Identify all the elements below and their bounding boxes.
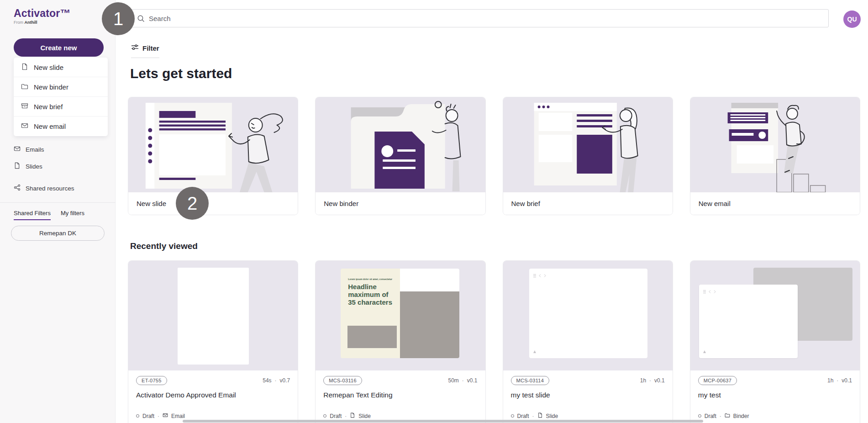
menu-item-label: New slide <box>34 63 63 71</box>
slide-headline-text: Headline maximum of 35 characters <box>348 283 395 306</box>
version-label: v0.1 <box>467 377 478 384</box>
sidebar-filter-tabs: Shared Filters My filters <box>14 210 84 220</box>
folder-icon <box>725 412 730 419</box>
menu-item-new-slide[interactable]: New slide <box>14 58 108 77</box>
section-title-recently-viewed: Recently viewed <box>130 241 198 251</box>
sidebar-nav: Emails Slides Shared resources <box>14 145 105 201</box>
slide-preview-right <box>400 269 459 358</box>
card-new-email[interactable]: New email <box>690 97 860 215</box>
card-label: New slide <box>128 192 298 215</box>
mini-sail-icon <box>533 347 537 355</box>
card-new-brief[interactable]: New brief <box>503 97 673 215</box>
sidebar-item-label: Shared resources <box>26 185 74 192</box>
status-label: Draft <box>142 413 154 419</box>
type-label: Email <box>171 413 185 419</box>
file-icon <box>21 63 28 72</box>
tab-my-filters[interactable]: My filters <box>61 210 84 220</box>
menu-item-label: New email <box>34 122 66 130</box>
annotation-circle-1: 1 <box>102 2 135 35</box>
folder-icon <box>21 83 28 91</box>
meta-separator: · <box>275 377 277 384</box>
status-label: Draft <box>517 413 529 419</box>
recent-thumbnail: Lorem ipsum dolor sit amet, consectetur … <box>316 261 485 370</box>
main-area: QU Filter Lets get started <box>116 0 868 423</box>
status-label: Draft <box>330 413 342 419</box>
search-box <box>131 9 829 27</box>
doc-id-badge: ET-0755 <box>136 376 167 385</box>
sidebar-item-label: Slides <box>26 163 42 170</box>
recently-viewed-cards: ET-0755 54s · v0.7 Activator Demo Approv… <box>128 260 860 423</box>
doc-title: Activator Demo Approved Email <box>136 391 290 399</box>
mini-toolbar-icons <box>703 287 717 296</box>
slide-preview-left: Lorem ipsum dolor sit amet, consectetur … <box>341 269 400 358</box>
file-icon <box>14 162 21 170</box>
recent-thumbnail <box>128 261 298 370</box>
recent-card-remepan-text-editing[interactable]: Lorem ipsum dolor sit amet, consectetur … <box>315 260 485 423</box>
file-icon <box>537 412 543 419</box>
section-title-get-started: Lets get started <box>130 66 232 81</box>
mail-icon <box>14 145 21 153</box>
mail-icon <box>21 122 28 131</box>
recent-card-activator-demo[interactable]: ET-0755 54s · v0.7 Activator Demo Approv… <box>128 260 298 423</box>
card-label: New binder <box>316 192 485 215</box>
sliders-icon <box>131 44 139 52</box>
slide-image-placeholder <box>347 326 397 348</box>
file-icon <box>350 412 355 419</box>
recent-thumbnail <box>503 261 673 370</box>
sidebar-item-shared-resources[interactable]: Shared resources <box>14 184 105 192</box>
card-new-slide[interactable]: New slide <box>128 97 298 215</box>
version-label: v0.7 <box>280 377 290 384</box>
slide-editor-preview <box>529 269 647 358</box>
annotation-circle-2: 2 <box>176 187 209 220</box>
doc-title: my test <box>698 391 852 399</box>
type-label: Binder <box>733 413 749 419</box>
card-label: New email <box>690 192 860 215</box>
filter-button[interactable]: Filter <box>131 44 159 58</box>
sidebar-item-label: Emails <box>26 146 44 153</box>
create-new-menu: New slide New binder New brief New email <box>14 58 108 136</box>
horizontal-scrollbar-thumb[interactable] <box>183 420 703 423</box>
menu-item-new-email[interactable]: New email <box>14 116 108 136</box>
card-new-binder[interactable]: New binder <box>315 97 485 215</box>
app-logo: Activator™ From Anthill <box>14 7 71 25</box>
app-window: Activator™ From Anthill Create new New s… <box>0 0 868 423</box>
card-label: New brief <box>503 192 673 215</box>
meta-separator: · <box>462 377 464 384</box>
meta-separator: · <box>345 413 347 419</box>
sidebar-item-slides[interactable]: Slides <box>14 162 105 170</box>
draft-status-icon <box>136 414 139 418</box>
menu-item-label: New brief <box>34 103 63 111</box>
create-new-button[interactable]: Create new <box>14 38 104 57</box>
meta-separator: · <box>720 413 721 419</box>
new-brief-illustration <box>503 97 673 192</box>
filter-label: Filter <box>142 44 159 52</box>
avatar[interactable]: QU <box>843 11 861 28</box>
new-binder-illustration <box>316 97 485 192</box>
menu-item-new-brief[interactable]: New brief <box>14 97 108 116</box>
menu-item-label: New binder <box>34 83 68 91</box>
mini-toolbar-icons <box>533 271 547 280</box>
draft-status-icon <box>511 414 514 418</box>
sidebar: Activator™ From Anthill Create new New s… <box>0 0 116 423</box>
slide-image-placeholder <box>400 291 459 358</box>
recent-card-my-test[interactable]: MCP-00637 1h · v0.1 my test Draft · Bi <box>690 260 860 423</box>
age-label: 1h <box>640 377 646 384</box>
search-input[interactable] <box>149 10 826 27</box>
email-preview-page <box>178 268 249 365</box>
doc-title: my test slide <box>511 391 665 399</box>
meta-separator: · <box>649 377 651 384</box>
binder-preview-front <box>699 285 798 358</box>
filter-chip-remepan-dk[interactable]: Remepan DK <box>11 226 105 241</box>
menu-item-new-binder[interactable]: New binder <box>14 77 108 97</box>
age-label: 54s <box>263 377 271 384</box>
brief-icon <box>21 102 28 111</box>
mini-sail-icon <box>703 347 706 355</box>
draft-status-icon <box>698 414 701 418</box>
sidebar-divider <box>0 202 116 203</box>
recent-thumbnail <box>690 261 860 370</box>
recent-card-my-test-slide[interactable]: MCS-03114 1h · v0.1 my test slide Draft … <box>503 260 673 423</box>
doc-id-badge: MCS-03116 <box>323 376 362 385</box>
sidebar-item-emails[interactable]: Emails <box>14 145 105 153</box>
tab-shared-filters[interactable]: Shared Filters <box>14 210 51 220</box>
new-email-illustration <box>690 97 860 192</box>
